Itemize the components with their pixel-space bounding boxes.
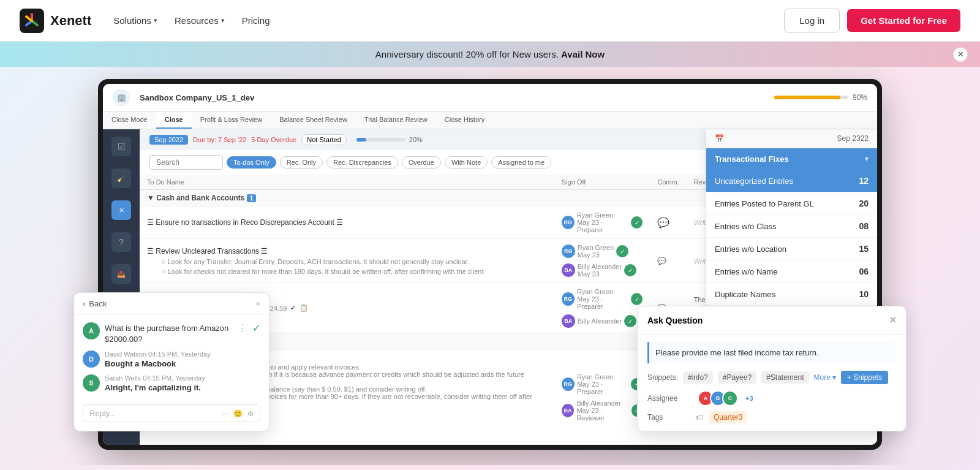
david-meta: David Watson 04:15 PM, Yesterday bbox=[105, 351, 260, 358]
filter-rec-disc[interactable]: Rec. Discrepancies bbox=[326, 156, 398, 169]
comm-cell[interactable]: 💬 bbox=[650, 207, 686, 239]
chat-question-text: What is the purchase from Amazon $2000.0… bbox=[105, 324, 228, 344]
comm-cell-2[interactable]: 💬 bbox=[650, 239, 686, 283]
sarah-text: Alright, I'm capitalizing it. bbox=[105, 383, 260, 392]
snippet-statement[interactable]: #Statement bbox=[761, 371, 809, 384]
section-expand-icon[interactable]: ▼ bbox=[147, 194, 154, 202]
chat-message-david: D David Watson 04:15 PM, Yesterday Bough… bbox=[83, 351, 260, 368]
check-icon-4: ✓ bbox=[631, 293, 643, 305]
tab-pl[interactable]: Profit & Loss Review bbox=[192, 112, 271, 129]
due-date: Due by: 7 Sep '22 bbox=[193, 136, 246, 143]
sidebar-icon-cleanup[interactable]: 🧹 bbox=[111, 169, 131, 188]
overdue-text: 5 Day Overdue bbox=[251, 136, 296, 143]
sidebar-icon-todo[interactable]: ☑ bbox=[111, 137, 131, 156]
chat-overlay: ‹ Back × A What is the purchase from Ama… bbox=[74, 292, 270, 431]
tags-label: Tags bbox=[647, 413, 690, 422]
app-logo-small: 🏢 bbox=[113, 89, 130, 106]
right-panel: 📅 Sep 2322 Transactional Fixes ▾ Uncateg… bbox=[706, 129, 877, 328]
snippet-info[interactable]: #info? bbox=[683, 371, 713, 384]
avatar-rg-2: RG bbox=[562, 244, 575, 258]
add-snippets-button[interactable]: + Snippets bbox=[841, 371, 888, 384]
app-screenshot: 🏢 Sandbox Company_US_1_dev 90% Close Mod… bbox=[61, 79, 919, 450]
comment-icon[interactable]: 💬 bbox=[657, 218, 669, 228]
ask-title: Ask Question bbox=[647, 316, 703, 325]
section-count: 1 bbox=[247, 194, 257, 202]
panel-title: Transactional Fixes bbox=[715, 154, 789, 164]
status-badge[interactable]: Not Started bbox=[301, 134, 347, 145]
panel-header: Transactional Fixes ▾ bbox=[706, 148, 877, 170]
assignee-row: Assignee A B C +3 bbox=[647, 390, 896, 406]
nav-pricing[interactable]: Pricing bbox=[242, 15, 270, 26]
david-text: Bought a Macbook bbox=[105, 359, 260, 368]
filter-todos[interactable]: To-dos Only bbox=[227, 156, 276, 169]
nav-solutions[interactable]: Solutions ▾ bbox=[113, 15, 157, 26]
avatar-ba: BA bbox=[562, 263, 575, 277]
tag-quarter[interactable]: Quarter3 bbox=[709, 411, 747, 423]
tab-close-mode[interactable]: Close Mode bbox=[103, 112, 156, 129]
comment-icon-2[interactable]: 💬 bbox=[657, 257, 666, 265]
sidebar-icon-port[interactable]: 📤 bbox=[111, 264, 131, 284]
sidebar-icon-close[interactable]: ✕ bbox=[111, 200, 131, 220]
ask-body: Please provide me last filed income tax … bbox=[638, 335, 906, 431]
panel-item-dup-names[interactable]: Duplicate Names 10 bbox=[706, 283, 877, 306]
more-icon[interactable]: ⋮ bbox=[238, 322, 247, 334]
panel-item-uncategorized[interactable]: Uncategorized Entries 12 bbox=[706, 170, 877, 192]
avatar-david: D bbox=[83, 351, 100, 368]
col-comm: Comm. bbox=[650, 175, 686, 190]
verify-icon: ✓ bbox=[290, 304, 296, 312]
app-company: Sandbox Company_US_1_dev bbox=[140, 93, 254, 102]
col-todo-name: To Do Name bbox=[140, 175, 554, 190]
attachment-icon[interactable]: ⊕ bbox=[247, 409, 254, 418]
calendar-icon: 📅 bbox=[715, 134, 724, 143]
logo[interactable]: Xenett bbox=[20, 9, 91, 33]
progress-text: 90% bbox=[853, 93, 867, 102]
chat-back-button[interactable]: ‹ Back bbox=[83, 299, 107, 308]
panel-item-no-location[interactable]: Entries w/o Location 15 bbox=[706, 238, 877, 260]
sub-progress: 20% bbox=[409, 136, 423, 143]
emoji-icon[interactable]: 🙂 bbox=[233, 409, 243, 418]
chat-reply-area: Reply... ··· 🙂 ⊕ bbox=[83, 404, 260, 422]
announcement-banner: Anniversary discount! 20% off for New us… bbox=[0, 42, 980, 67]
more-snippets-button[interactable]: More ▾ bbox=[814, 373, 836, 382]
filter-overdue[interactable]: Overdue bbox=[402, 156, 441, 169]
filter-rec[interactable]: Rec. Only bbox=[280, 156, 323, 169]
nav-links: Solutions ▾ Resources ▾ Pricing bbox=[113, 15, 270, 26]
panel-item-no-class[interactable]: Entries w/o Class 08 bbox=[706, 215, 877, 238]
reply-placeholder[interactable]: Reply... bbox=[89, 409, 116, 418]
chevron-down-icon: ▾ bbox=[221, 17, 225, 25]
panel-item-no-name[interactable]: Entries w/o Name 06 bbox=[706, 260, 877, 283]
progress-bar-bg bbox=[774, 96, 848, 99]
panel-dropdown-icon[interactable]: ▾ bbox=[865, 155, 869, 163]
banner-close-button[interactable]: ✕ bbox=[953, 47, 968, 62]
approve-icon[interactable]: ✓ bbox=[252, 322, 260, 334]
chat-close-button[interactable]: × bbox=[255, 299, 260, 308]
tab-close[interactable]: Close bbox=[156, 112, 192, 129]
avatar-sarah: S bbox=[83, 374, 100, 392]
filter-assigned[interactable]: Assigned to me bbox=[491, 156, 551, 169]
snippet-payee[interactable]: #Payee? bbox=[718, 371, 756, 384]
tab-tb[interactable]: Trial Balance Review bbox=[356, 112, 436, 129]
main-content: 🏢 Sandbox Company_US_1_dev 90% Close Mod… bbox=[0, 67, 980, 465]
copy-icon: 📋 bbox=[300, 304, 308, 312]
tag-row: Tags 🏷 Quarter3 bbox=[647, 411, 896, 423]
chat-message-sarah: S Sarah Wells 04:15 PM, Yesterday Alrigh… bbox=[83, 374, 260, 392]
filter-with-note[interactable]: With Note bbox=[445, 156, 488, 169]
ask-close-button[interactable]: × bbox=[889, 314, 896, 327]
chevron-down-icon: ▾ bbox=[832, 373, 836, 382]
nav-resources[interactable]: Resources ▾ bbox=[175, 15, 225, 26]
chat-messages: A What is the purchase from Amazon $2000… bbox=[74, 315, 269, 400]
login-button[interactable]: Log in bbox=[784, 9, 840, 32]
get-started-button[interactable]: Get Started for Free bbox=[847, 9, 960, 32]
task-name-cell-2: ☰ Review Uncleared Transactions ☰ ○ Look… bbox=[140, 239, 554, 283]
tab-history[interactable]: Close History bbox=[436, 112, 493, 129]
sign-off-cell-2: RG Ryan GreenMay 23 ✓ BA Billy Alexander… bbox=[554, 239, 650, 283]
check-icon-5: ✓ bbox=[624, 315, 636, 327]
panel-item-parent-gl[interactable]: Entries Posted to Parent GL 20 bbox=[706, 192, 877, 215]
sidebar-icon-questions[interactable]: ? bbox=[111, 232, 131, 252]
check-icon: ✓ bbox=[631, 216, 643, 229]
app-tabs: Close Mode Close Profit & Loss Review Ba… bbox=[103, 112, 877, 129]
logo-text: Xenett bbox=[50, 13, 91, 29]
search-input[interactable] bbox=[149, 155, 223, 170]
more-options-icon[interactable]: ··· bbox=[222, 409, 228, 418]
tab-bs[interactable]: Balance Sheet Review bbox=[271, 112, 356, 129]
